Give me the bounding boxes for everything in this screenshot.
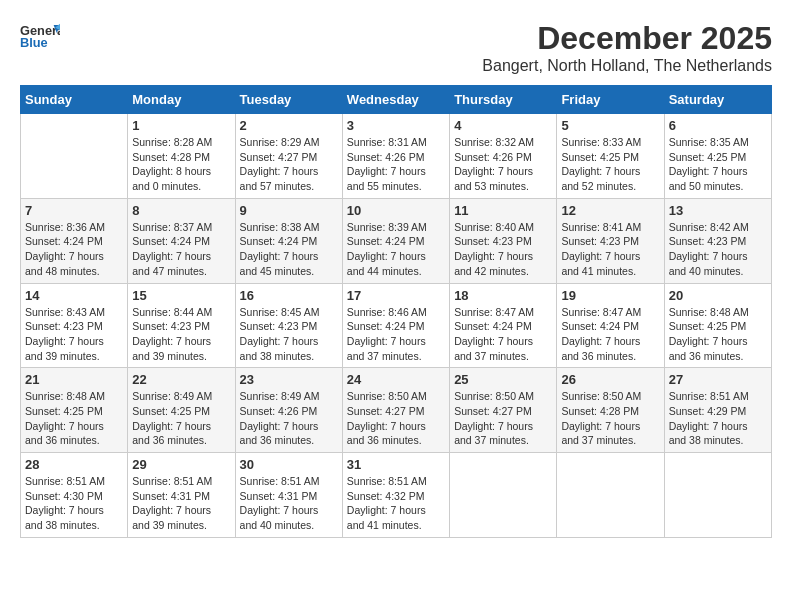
day-number: 24	[347, 372, 445, 387]
calendar-table: SundayMondayTuesdayWednesdayThursdayFrid…	[20, 85, 772, 538]
day-info: Sunrise: 8:51 AM Sunset: 4:29 PM Dayligh…	[669, 389, 767, 448]
day-info: Sunrise: 8:39 AM Sunset: 4:24 PM Dayligh…	[347, 220, 445, 279]
day-number: 8	[132, 203, 230, 218]
weekday-header-thursday: Thursday	[450, 86, 557, 114]
day-number: 4	[454, 118, 552, 133]
day-number: 2	[240, 118, 338, 133]
day-number: 16	[240, 288, 338, 303]
day-number: 9	[240, 203, 338, 218]
day-info: Sunrise: 8:51 AM Sunset: 4:32 PM Dayligh…	[347, 474, 445, 533]
calendar-cell: 18 Sunrise: 8:47 AM Sunset: 4:24 PM Dayl…	[450, 283, 557, 368]
calendar-cell: 19 Sunrise: 8:47 AM Sunset: 4:24 PM Dayl…	[557, 283, 664, 368]
day-info: Sunrise: 8:48 AM Sunset: 4:25 PM Dayligh…	[25, 389, 123, 448]
day-number: 15	[132, 288, 230, 303]
day-number: 11	[454, 203, 552, 218]
calendar-cell: 30 Sunrise: 8:51 AM Sunset: 4:31 PM Dayl…	[235, 453, 342, 538]
day-number: 26	[561, 372, 659, 387]
calendar-week-row: 21 Sunrise: 8:48 AM Sunset: 4:25 PM Dayl…	[21, 368, 772, 453]
day-number: 10	[347, 203, 445, 218]
calendar-cell: 6 Sunrise: 8:35 AM Sunset: 4:25 PM Dayli…	[664, 114, 771, 199]
calendar-cell: 13 Sunrise: 8:42 AM Sunset: 4:23 PM Dayl…	[664, 198, 771, 283]
day-info: Sunrise: 8:28 AM Sunset: 4:28 PM Dayligh…	[132, 135, 230, 194]
day-number: 21	[25, 372, 123, 387]
calendar-cell: 11 Sunrise: 8:40 AM Sunset: 4:23 PM Dayl…	[450, 198, 557, 283]
day-number: 18	[454, 288, 552, 303]
day-info: Sunrise: 8:45 AM Sunset: 4:23 PM Dayligh…	[240, 305, 338, 364]
day-info: Sunrise: 8:49 AM Sunset: 4:25 PM Dayligh…	[132, 389, 230, 448]
day-info: Sunrise: 8:42 AM Sunset: 4:23 PM Dayligh…	[669, 220, 767, 279]
calendar-cell: 20 Sunrise: 8:48 AM Sunset: 4:25 PM Dayl…	[664, 283, 771, 368]
weekday-header-saturday: Saturday	[664, 86, 771, 114]
day-number: 25	[454, 372, 552, 387]
day-info: Sunrise: 8:38 AM Sunset: 4:24 PM Dayligh…	[240, 220, 338, 279]
day-number: 22	[132, 372, 230, 387]
calendar-week-row: 28 Sunrise: 8:51 AM Sunset: 4:30 PM Dayl…	[21, 453, 772, 538]
day-info: Sunrise: 8:32 AM Sunset: 4:26 PM Dayligh…	[454, 135, 552, 194]
day-info: Sunrise: 8:31 AM Sunset: 4:26 PM Dayligh…	[347, 135, 445, 194]
day-number: 12	[561, 203, 659, 218]
calendar-cell: 15 Sunrise: 8:44 AM Sunset: 4:23 PM Dayl…	[128, 283, 235, 368]
logo-icon: General Blue	[20, 20, 60, 50]
calendar-cell: 17 Sunrise: 8:46 AM Sunset: 4:24 PM Dayl…	[342, 283, 449, 368]
day-number: 13	[669, 203, 767, 218]
weekday-header-tuesday: Tuesday	[235, 86, 342, 114]
calendar-cell: 24 Sunrise: 8:50 AM Sunset: 4:27 PM Dayl…	[342, 368, 449, 453]
day-info: Sunrise: 8:48 AM Sunset: 4:25 PM Dayligh…	[669, 305, 767, 364]
calendar-cell: 28 Sunrise: 8:51 AM Sunset: 4:30 PM Dayl…	[21, 453, 128, 538]
calendar-cell: 10 Sunrise: 8:39 AM Sunset: 4:24 PM Dayl…	[342, 198, 449, 283]
day-number: 20	[669, 288, 767, 303]
day-info: Sunrise: 8:46 AM Sunset: 4:24 PM Dayligh…	[347, 305, 445, 364]
day-info: Sunrise: 8:29 AM Sunset: 4:27 PM Dayligh…	[240, 135, 338, 194]
day-number: 27	[669, 372, 767, 387]
day-info: Sunrise: 8:50 AM Sunset: 4:27 PM Dayligh…	[347, 389, 445, 448]
calendar-cell	[450, 453, 557, 538]
day-number: 29	[132, 457, 230, 472]
day-info: Sunrise: 8:47 AM Sunset: 4:24 PM Dayligh…	[561, 305, 659, 364]
day-info: Sunrise: 8:51 AM Sunset: 4:31 PM Dayligh…	[132, 474, 230, 533]
day-number: 31	[347, 457, 445, 472]
calendar-cell: 22 Sunrise: 8:49 AM Sunset: 4:25 PM Dayl…	[128, 368, 235, 453]
calendar-week-row: 14 Sunrise: 8:43 AM Sunset: 4:23 PM Dayl…	[21, 283, 772, 368]
day-info: Sunrise: 8:47 AM Sunset: 4:24 PM Dayligh…	[454, 305, 552, 364]
day-info: Sunrise: 8:50 AM Sunset: 4:28 PM Dayligh…	[561, 389, 659, 448]
calendar-cell	[664, 453, 771, 538]
weekday-header-wednesday: Wednesday	[342, 86, 449, 114]
calendar-cell: 4 Sunrise: 8:32 AM Sunset: 4:26 PM Dayli…	[450, 114, 557, 199]
day-number: 3	[347, 118, 445, 133]
day-info: Sunrise: 8:49 AM Sunset: 4:26 PM Dayligh…	[240, 389, 338, 448]
day-number: 6	[669, 118, 767, 133]
calendar-header-row: SundayMondayTuesdayWednesdayThursdayFrid…	[21, 86, 772, 114]
calendar-week-row: 1 Sunrise: 8:28 AM Sunset: 4:28 PM Dayli…	[21, 114, 772, 199]
logo: General Blue	[20, 20, 60, 50]
day-number: 28	[25, 457, 123, 472]
day-info: Sunrise: 8:51 AM Sunset: 4:31 PM Dayligh…	[240, 474, 338, 533]
calendar-cell: 25 Sunrise: 8:50 AM Sunset: 4:27 PM Dayl…	[450, 368, 557, 453]
calendar-cell: 14 Sunrise: 8:43 AM Sunset: 4:23 PM Dayl…	[21, 283, 128, 368]
calendar-cell: 26 Sunrise: 8:50 AM Sunset: 4:28 PM Dayl…	[557, 368, 664, 453]
calendar-cell: 21 Sunrise: 8:48 AM Sunset: 4:25 PM Dayl…	[21, 368, 128, 453]
svg-text:Blue: Blue	[20, 35, 48, 50]
calendar-cell: 31 Sunrise: 8:51 AM Sunset: 4:32 PM Dayl…	[342, 453, 449, 538]
day-info: Sunrise: 8:50 AM Sunset: 4:27 PM Dayligh…	[454, 389, 552, 448]
day-number: 7	[25, 203, 123, 218]
day-number: 30	[240, 457, 338, 472]
calendar-cell: 8 Sunrise: 8:37 AM Sunset: 4:24 PM Dayli…	[128, 198, 235, 283]
calendar-cell	[557, 453, 664, 538]
calendar-cell: 7 Sunrise: 8:36 AM Sunset: 4:24 PM Dayli…	[21, 198, 128, 283]
day-number: 23	[240, 372, 338, 387]
calendar-cell: 29 Sunrise: 8:51 AM Sunset: 4:31 PM Dayl…	[128, 453, 235, 538]
day-info: Sunrise: 8:37 AM Sunset: 4:24 PM Dayligh…	[132, 220, 230, 279]
day-number: 17	[347, 288, 445, 303]
day-info: Sunrise: 8:51 AM Sunset: 4:30 PM Dayligh…	[25, 474, 123, 533]
weekday-header-monday: Monday	[128, 86, 235, 114]
calendar-cell	[21, 114, 128, 199]
day-info: Sunrise: 8:40 AM Sunset: 4:23 PM Dayligh…	[454, 220, 552, 279]
day-info: Sunrise: 8:44 AM Sunset: 4:23 PM Dayligh…	[132, 305, 230, 364]
day-number: 19	[561, 288, 659, 303]
day-number: 14	[25, 288, 123, 303]
day-info: Sunrise: 8:35 AM Sunset: 4:25 PM Dayligh…	[669, 135, 767, 194]
calendar-cell: 3 Sunrise: 8:31 AM Sunset: 4:26 PM Dayli…	[342, 114, 449, 199]
day-info: Sunrise: 8:41 AM Sunset: 4:23 PM Dayligh…	[561, 220, 659, 279]
calendar-cell: 16 Sunrise: 8:45 AM Sunset: 4:23 PM Dayl…	[235, 283, 342, 368]
weekday-header-friday: Friday	[557, 86, 664, 114]
